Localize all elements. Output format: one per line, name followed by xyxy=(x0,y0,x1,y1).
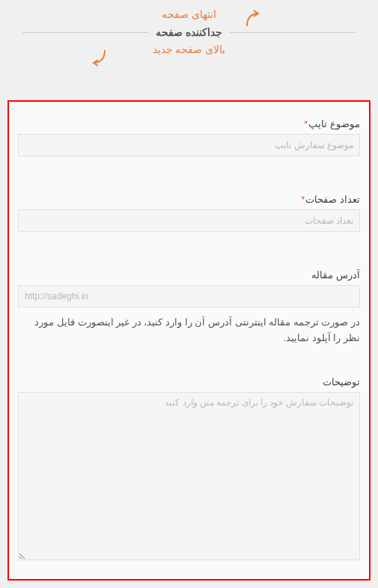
order-form: موضوع تایپ* تعداد صفحات* آدرس مقاله در ص… xyxy=(7,100,371,581)
required-mark: * xyxy=(301,194,305,205)
url-input[interactable] xyxy=(18,285,360,307)
new-page-label: بالای صفحه جدید xyxy=(153,43,226,55)
url-help-text: در صورت ترجمه مقاله اینترنتی آدرس آن را … xyxy=(18,315,360,346)
subject-label-text: موضوع تایپ xyxy=(308,118,360,129)
required-mark: * xyxy=(304,118,308,129)
url-label: آدرس مقاله xyxy=(18,269,360,281)
pages-label-text: تعداد صفحات xyxy=(305,194,360,205)
separator-line-left xyxy=(230,32,356,33)
arrow-down-icon xyxy=(86,46,109,69)
description-textarea[interactable] xyxy=(18,392,360,560)
pages-input[interactable] xyxy=(18,209,360,232)
field-description: توضیحات xyxy=(18,376,360,563)
subject-label: موضوع تایپ* xyxy=(18,118,360,129)
pages-label: تعداد صفحات* xyxy=(18,194,360,205)
field-pages: تعداد صفحات* xyxy=(18,194,360,232)
description-label: توضیحات xyxy=(18,376,360,388)
subject-input[interactable] xyxy=(18,134,360,156)
page-break-diagram: انتهای صفحه جداکننده صفحه بالای صفحه جدی… xyxy=(0,0,378,56)
separator-line-right xyxy=(22,32,148,33)
separator-row: جداکننده صفحه xyxy=(22,26,356,38)
separator-label: جداکننده صفحه xyxy=(156,26,222,38)
arrow-up-icon xyxy=(243,7,266,30)
field-url: آدرس مقاله در صورت ترجمه مقاله اینترنتی … xyxy=(18,269,360,346)
end-page-label: انتهای صفحه xyxy=(162,8,216,20)
field-subject: موضوع تایپ* xyxy=(18,118,360,156)
